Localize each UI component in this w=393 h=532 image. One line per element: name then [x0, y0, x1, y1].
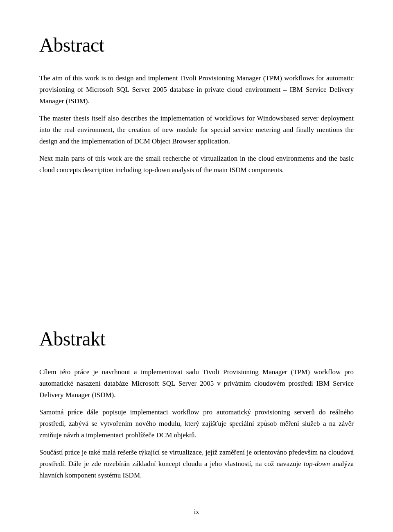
abstract-czech-section: Abstrakt Cílem této práce je navrhnout a…	[39, 323, 354, 481]
abstract-english-para-3: Next main parts of this work are the sma…	[39, 153, 354, 176]
abstract-english-title: Abstract	[39, 30, 354, 61]
italic-phrase: top-down	[304, 460, 330, 468]
abstract-czech-title: Abstrakt	[39, 323, 354, 355]
section-spacer	[39, 200, 354, 291]
abstract-english-para-1: The aim of this work is to design and im…	[39, 73, 354, 107]
abstract-czech-para-1: Cílem této práce je navrhnout a implemen…	[39, 366, 354, 401]
page-number: ix	[0, 507, 393, 517]
abstract-english-section: Abstract The aim of this work is to desi…	[39, 30, 354, 176]
abstract-english-para-2: The master thesis itself also describes …	[39, 113, 354, 147]
abstract-czech-para-2: Samotná práce dále popisuje implementaci…	[39, 407, 354, 441]
page: Abstract The aim of this work is to desi…	[0, 0, 393, 532]
abstract-czech-para-3: Součástí práce je také malá rešerše týka…	[39, 447, 354, 481]
abstract-czech-body: Cílem této práce je navrhnout a implemen…	[39, 366, 354, 481]
abstract-english-body: The aim of this work is to design and im…	[39, 73, 354, 176]
